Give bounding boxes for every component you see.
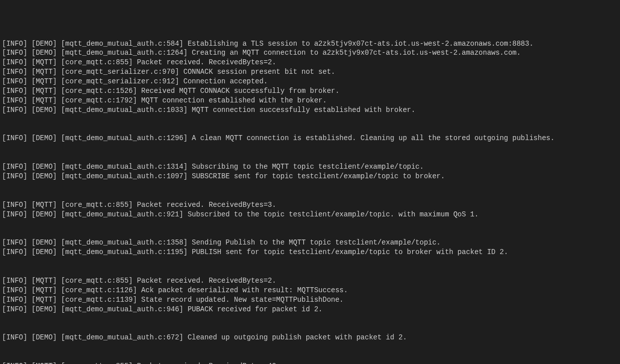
log-line: [INFO] [MQTT] [core_mqtt.c:855] Packet r… xyxy=(2,200,618,210)
log-line: [INFO] [DEMO] [mqtt_demo_mutual_auth.c:1… xyxy=(2,238,618,248)
log-line: [INFO] [DEMO] [mqtt_demo_mutual_auth.c:5… xyxy=(2,39,618,49)
log-line: [INFO] [MQTT] [core_mqtt_serializer.c:97… xyxy=(2,67,618,77)
log-blank-line xyxy=(2,153,618,162)
log-line: [INFO] [MQTT] [core_mqtt.c:855] Packet r… xyxy=(2,276,618,286)
log-line: [INFO] [DEMO] [mqtt_demo_mutual_auth.c:6… xyxy=(2,333,618,342)
log-line: [INFO] [DEMO] [mqtt_demo_mutual_auth.c:1… xyxy=(2,172,618,181)
log-blank-line xyxy=(2,323,618,333)
terminal-log-output[interactable]: [INFO] [DEMO] [mqtt_demo_mutual_auth.c:5… xyxy=(0,38,620,364)
log-blank-line xyxy=(2,314,618,323)
log-blank-line xyxy=(2,228,618,238)
log-blank-line xyxy=(2,191,618,200)
log-blank-line xyxy=(2,181,618,191)
log-blank-line xyxy=(2,267,618,276)
log-line: [INFO] [DEMO] [mqtt_demo_mutual_auth.c:1… xyxy=(2,48,618,58)
log-line: [INFO] [MQTT] [core_mqtt.c:1139] State r… xyxy=(2,295,618,305)
log-blank-line xyxy=(2,352,618,361)
log-line: [INFO] [MQTT] [core_mqtt.c:1792] MQTT co… xyxy=(2,96,618,105)
log-blank-line xyxy=(2,257,618,267)
log-line: [INFO] [MQTT] [core_mqtt.c:1526] Receive… xyxy=(2,86,618,96)
log-line: [INFO] [MQTT] [core_mqtt.c:1126] Ack pac… xyxy=(2,286,618,295)
log-line: [INFO] [DEMO] [mqtt_demo_mutual_auth.c:1… xyxy=(2,105,618,115)
log-line: [INFO] [MQTT] [core_mqtt_serializer.c:91… xyxy=(2,77,618,86)
log-line: [INFO] [MQTT] [core_mqtt.c:855] Packet r… xyxy=(2,361,618,364)
log-blank-line xyxy=(2,219,618,228)
log-line: [INFO] [DEMO] [mqtt_demo_mutual_auth.c:1… xyxy=(2,248,618,257)
log-blank-line xyxy=(2,143,618,153)
log-blank-line xyxy=(2,115,618,125)
log-line: [INFO] [DEMO] [mqtt_demo_mutual_auth.c:1… xyxy=(2,162,618,172)
log-blank-line xyxy=(2,342,618,352)
log-blank-line xyxy=(2,125,618,134)
log-line: [INFO] [MQTT] [core_mqtt.c:855] Packet r… xyxy=(2,58,618,67)
log-line: [INFO] [DEMO] [mqtt_demo_mutual_auth.c:9… xyxy=(2,305,618,314)
log-line: [INFO] [DEMO] [mqtt_demo_mutual_auth.c:9… xyxy=(2,210,618,219)
log-line: [INFO] [DEMO] [mqtt_demo_mutual_auth.c:1… xyxy=(2,134,618,143)
